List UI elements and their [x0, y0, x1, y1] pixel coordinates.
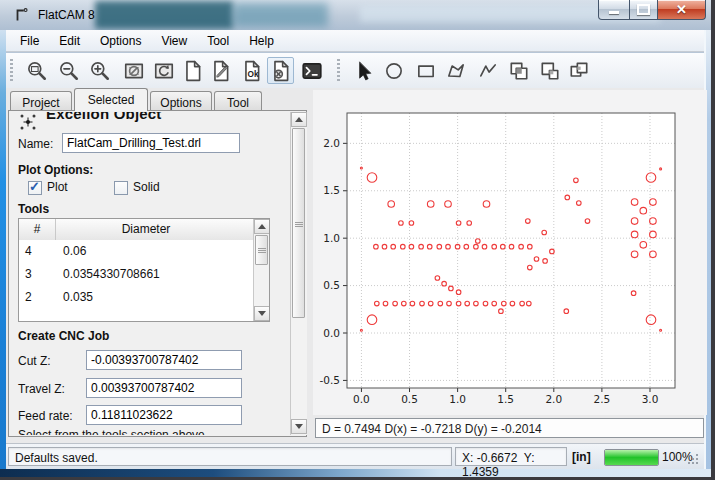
plot-canvas[interactable]: 0.00.51.01.52.02.53.0-0.50.00.51.01.52.0 — [313, 90, 707, 415]
menu-edit[interactable]: Edit — [49, 31, 90, 51]
delete-object-button[interactable] — [267, 57, 294, 84]
accept-object-button[interactable]: Ok — [238, 57, 265, 84]
svg-text:3.0: 3.0 — [642, 393, 659, 405]
panel-scroll-content: Excellon Object Name: Plot Options: Plot… — [10, 112, 290, 435]
toolbar: Ok — [6, 53, 704, 89]
svg-text:0.5: 0.5 — [323, 279, 340, 291]
arrow-down-icon — [295, 424, 303, 429]
zoom-in-button[interactable] — [86, 57, 113, 84]
svg-text:1.5: 1.5 — [497, 393, 514, 405]
scroll-up-button[interactable] — [254, 219, 270, 234]
svg-text:0.5: 0.5 — [401, 393, 418, 405]
svg-text:1.0: 1.0 — [449, 393, 466, 405]
tab-options[interactable]: Options — [150, 91, 212, 111]
scroll-up-button[interactable] — [291, 112, 307, 127]
rectangle-tool-icon — [415, 60, 437, 82]
draw-polygon-button[interactable] — [442, 57, 469, 84]
scrollbar-thumb[interactable] — [255, 235, 268, 265]
solid-checkbox[interactable] — [114, 181, 128, 195]
new-project-button[interactable] — [179, 57, 206, 84]
feedrate-label: Feed rate: — [18, 409, 73, 423]
resize-grip[interactable] — [688, 454, 700, 466]
plot-checkbox[interactable] — [28, 181, 42, 195]
geometry-copy-button[interactable] — [536, 57, 563, 84]
ok-document-icon: Ok — [241, 60, 263, 82]
close-icon: ✕ — [676, 3, 687, 16]
svg-text:1.0: 1.0 — [323, 232, 340, 244]
zoom-out-button[interactable] — [55, 57, 82, 84]
table-row[interactable]: 4 0.06 — [19, 240, 253, 264]
distance-readout: D = 0.7494 D(x) = -0.7218 D(y) = -0.2014 — [315, 418, 704, 438]
object-name-input[interactable] — [62, 133, 240, 153]
titlebar[interactable]: FlatCAM 8 ✕ — [0, 0, 711, 30]
maximize-icon — [637, 4, 650, 15]
table-row[interactable] — [19, 309, 253, 322]
geometry-union-button[interactable] — [505, 57, 532, 84]
path-tool-icon — [477, 60, 499, 82]
column-number: # — [19, 222, 55, 236]
table-row[interactable]: 2 0.035 — [19, 286, 253, 310]
zoom-fit-button[interactable] — [23, 57, 50, 84]
scrollbar-thumb[interactable] — [292, 128, 305, 318]
travelz-input[interactable] — [86, 378, 242, 398]
menu-file[interactable]: File — [10, 31, 49, 51]
svg-text:-0.5: -0.5 — [320, 374, 341, 386]
select-tool-button[interactable] — [350, 57, 377, 84]
feedrate-input[interactable] — [86, 405, 242, 425]
edit-object-button[interactable] — [207, 57, 234, 84]
move-shapes-icon — [568, 60, 590, 82]
copy-shapes-icon — [539, 60, 561, 82]
menu-view[interactable]: View — [151, 31, 197, 51]
draw-rectangle-button[interactable] — [412, 57, 439, 84]
tool-diameter: 0.035 — [63, 290, 93, 304]
coordinates-box: X: -0.6672 Y: 1.4359 — [455, 447, 567, 466]
column-diameter: Diameter — [55, 222, 237, 236]
draw-circle-button[interactable] — [380, 57, 407, 84]
window-title: FlatCAM 8 — [38, 8, 95, 22]
menu-options[interactable]: Options — [90, 31, 151, 51]
menu-help[interactable]: Help — [239, 31, 284, 51]
geometry-move-button[interactable] — [565, 57, 592, 84]
svg-text:2.5: 2.5 — [594, 393, 611, 405]
object-type-title: Excellon Object — [46, 112, 162, 122]
tab-tool[interactable]: Tool — [214, 91, 262, 111]
draw-path-button[interactable] — [474, 57, 501, 84]
solid-checkbox-label: Solid — [133, 180, 160, 194]
svg-text:Ok: Ok — [247, 69, 258, 78]
toolbar-drag-handle[interactable] — [10, 59, 13, 82]
cutz-input[interactable] — [86, 350, 242, 370]
menu-tool[interactable]: Tool — [197, 31, 239, 51]
plot-checkbox-label: Plot — [47, 180, 68, 194]
units-label: [in] — [572, 450, 591, 464]
svg-text:0.0: 0.0 — [353, 393, 370, 405]
flatcam-logo-icon — [13, 6, 31, 24]
tab-selected[interactable]: Selected — [74, 88, 148, 111]
thumb-grip — [295, 222, 303, 227]
replot-button[interactable] — [150, 57, 177, 84]
maximize-button[interactable] — [629, 0, 658, 20]
toolbar-drag-handle[interactable] — [337, 59, 340, 82]
status-message-box: Defaults saved. — [8, 447, 452, 466]
tools-hint-text: Select from the tools section above — [18, 428, 205, 435]
scroll-down-button[interactable] — [291, 419, 307, 434]
tool-diameter: 0.06 — [63, 244, 86, 258]
tools-label: Tools — [18, 202, 49, 216]
shell-button[interactable] — [298, 57, 325, 84]
progress-bar — [604, 449, 659, 466]
panel-scrollbar[interactable] — [290, 112, 307, 435]
name-label: Name: — [18, 137, 53, 151]
minimize-button[interactable] — [598, 0, 630, 20]
menubar: File Edit Options View Tool Help — [6, 30, 704, 52]
tools-table: # Diameter 4 0.06 3 0.0354330708661 2 0 — [18, 218, 270, 322]
tab-project[interactable]: Project — [10, 91, 72, 111]
table-scrollbar[interactable] — [253, 219, 270, 321]
tool-diameter: 0.0354330708661 — [63, 267, 160, 281]
table-row[interactable]: 3 0.0354330708661 — [19, 263, 253, 287]
close-button[interactable]: ✕ — [657, 0, 706, 20]
progress-fill — [605, 450, 658, 465]
clear-plot-button[interactable] — [120, 57, 147, 84]
replot-icon — [153, 60, 175, 82]
edit-document-icon — [210, 60, 232, 82]
scroll-down-button[interactable] — [254, 306, 270, 321]
union-shapes-icon — [508, 60, 530, 82]
